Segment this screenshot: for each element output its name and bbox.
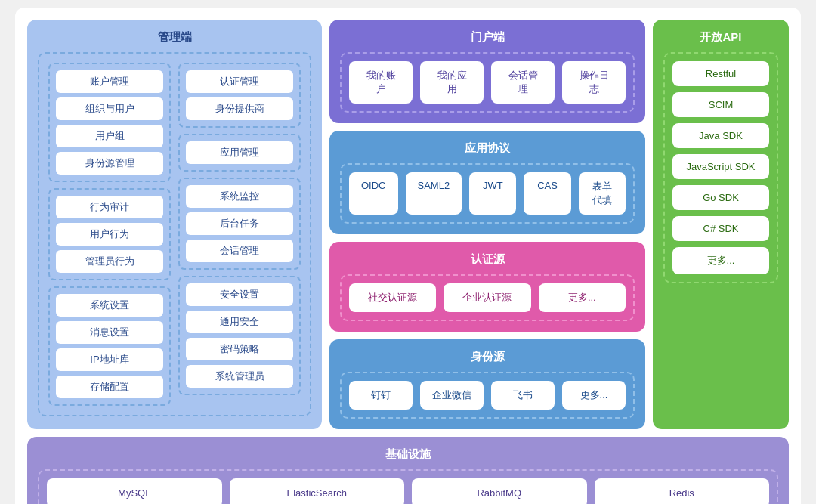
auth-panel: 认证源 社交认证源 企业认证源 更多... [329, 242, 645, 332]
auth-item-enterprise[interactable]: 企业认证源 [444, 283, 530, 312]
admin-item-idp[interactable]: 身份提供商 [186, 97, 293, 120]
identity-item-more[interactable]: 更多... [562, 381, 626, 410]
auth-inner: 社交认证源 企业认证源 更多... [340, 274, 635, 321]
admin-panel: 管理端 账户管理 组织与用户 用户组 身份源管理 行为审计 用户行为 管理员行为 [27, 20, 322, 429]
identity-inner: 钉钉 企业微信 飞书 更多... [340, 372, 635, 419]
portal-item-my-account[interactable]: 我的账户 [349, 61, 413, 104]
protocol-item-jwt[interactable]: JWT [469, 172, 516, 215]
infra-item-rabbitmq[interactable]: RabbitMQ [412, 478, 587, 504]
top-row: 管理端 账户管理 组织与用户 用户组 身份源管理 行为审计 用户行为 管理员行为 [27, 20, 789, 429]
infra-title: 基础设施 [38, 447, 778, 462]
auth-title: 认证源 [340, 252, 635, 267]
main-container: 管理端 账户管理 组织与用户 用户组 身份源管理 行为审计 用户行为 管理员行为 [15, 8, 801, 504]
admin-group-auth-mgmt: 认证管理 身份提供商 [178, 63, 301, 128]
admin-col1: 账户管理 组织与用户 用户组 身份源管理 行为审计 用户行为 管理员行为 系统设… [48, 63, 171, 406]
protocol-inner: OIDC SAML2 JWT CAS 表单代填 [340, 163, 635, 224]
infra-panel: 基础设施 MySQL ElasticSearch RabbitMQ Redis [27, 437, 789, 504]
api-item-scim[interactable]: SCIM [672, 92, 769, 117]
admin-item-message-settings[interactable]: 消息设置 [56, 321, 163, 344]
admin-title: 管理端 [38, 30, 311, 45]
api-item-csharp-sdk[interactable]: C# SDK [672, 216, 769, 241]
admin-item-admin-behavior[interactable]: 管理员行为 [56, 250, 163, 273]
middle-col: 门户端 我的账户 我的应用 会话管理 操作日志 应用协议 OIDC SAML2 … [329, 20, 645, 429]
admin-item-sys-admin[interactable]: 系统管理员 [186, 365, 293, 388]
admin-item-app-mgmt[interactable]: 应用管理 [186, 141, 293, 164]
api-item-js-sdk[interactable]: JavaScript SDK [672, 154, 769, 179]
infra-item-redis[interactable]: Redis [595, 478, 770, 504]
portal-item-session[interactable]: 会话管理 [491, 61, 555, 104]
admin-item-system-settings[interactable]: 系统设置 [56, 294, 163, 317]
admin-item-user-behavior[interactable]: 用户行为 [56, 223, 163, 246]
api-inner: Restful SCIM Java SDK JavaScript SDK Go … [663, 52, 778, 283]
admin-item-identity-mgmt[interactable]: 身份源管理 [56, 152, 163, 175]
admin-group-monitor: 系统监控 后台任务 会话管理 [178, 178, 301, 270]
admin-item-org[interactable]: 组织与用户 [56, 97, 163, 120]
infra-inner: MySQL ElasticSearch RabbitMQ Redis [38, 469, 778, 504]
admin-group-security: 安全设置 通用安全 密码策略 系统管理员 [178, 276, 301, 395]
identity-item-wechat[interactable]: 企业微信 [420, 381, 484, 410]
identity-panel: 身份源 钉钉 企业微信 飞书 更多... [329, 339, 645, 429]
protocol-item-cas[interactable]: CAS [524, 172, 570, 215]
auth-item-more[interactable]: 更多... [539, 283, 626, 312]
admin-item-account[interactable]: 账户管理 [56, 70, 163, 93]
protocol-item-oidc[interactable]: OIDC [349, 172, 398, 215]
admin-item-ip-lib[interactable]: IP地址库 [56, 348, 163, 371]
admin-col2: 认证管理 身份提供商 应用管理 系统监控 后台任务 会话管理 安全设置 通用安全 [178, 63, 301, 406]
api-item-java-sdk[interactable]: Java SDK [672, 123, 769, 148]
admin-item-session-mgmt[interactable]: 会话管理 [186, 240, 293, 262]
protocol-title: 应用协议 [340, 141, 635, 156]
admin-group-settings: 系统设置 消息设置 IP地址库 存储配置 [48, 286, 171, 406]
bottom-row: 基础设施 MySQL ElasticSearch RabbitMQ Redis [27, 437, 789, 504]
admin-inner: 账户管理 组织与用户 用户组 身份源管理 行为审计 用户行为 管理员行为 系统设… [38, 52, 311, 416]
admin-item-system-monitor[interactable]: 系统监控 [186, 185, 293, 208]
admin-group-accounts: 账户管理 组织与用户 用户组 身份源管理 [48, 63, 171, 182]
api-item-restful[interactable]: Restful [672, 61, 769, 86]
infra-item-elasticsearch[interactable]: ElasticSearch [230, 478, 405, 504]
protocol-panel: 应用协议 OIDC SAML2 JWT CAS 表单代填 [329, 131, 645, 234]
admin-group-app-mgmt: 应用管理 [178, 134, 301, 172]
auth-item-social[interactable]: 社交认证源 [349, 283, 436, 312]
admin-group-audit: 行为审计 用户行为 管理员行为 [48, 188, 171, 280]
api-item-more[interactable]: 更多... [672, 247, 769, 274]
identity-title: 身份源 [340, 350, 635, 364]
admin-item-security-settings[interactable]: 安全设置 [186, 283, 293, 306]
admin-item-bg-task[interactable]: 后台任务 [186, 212, 293, 235]
portal-title: 门户端 [340, 30, 635, 45]
api-title: 开放API [663, 30, 778, 45]
admin-item-password-policy[interactable]: 密码策略 [186, 338, 293, 360]
admin-item-usergroup[interactable]: 用户组 [56, 125, 163, 147]
api-item-go-sdk[interactable]: Go SDK [672, 185, 769, 210]
identity-item-dingtalk[interactable]: 钉钉 [349, 381, 413, 410]
admin-item-auth-mgmt[interactable]: 认证管理 [186, 70, 293, 93]
portal-item-operation-log[interactable]: 操作日志 [562, 61, 626, 104]
portal-panel: 门户端 我的账户 我的应用 会话管理 操作日志 [329, 20, 645, 123]
identity-item-feishu[interactable]: 飞书 [491, 381, 555, 410]
portal-inner: 我的账户 我的应用 会话管理 操作日志 [340, 52, 635, 113]
admin-item-storage[interactable]: 存储配置 [56, 376, 163, 398]
admin-item-audit[interactable]: 行为审计 [56, 196, 163, 218]
api-panel: 开放API Restful SCIM Java SDK JavaScript S… [653, 20, 789, 429]
protocol-item-form[interactable]: 表单代填 [579, 172, 626, 215]
protocol-item-saml2[interactable]: SAML2 [406, 172, 462, 215]
portal-item-my-apps[interactable]: 我的应用 [420, 61, 484, 104]
admin-item-general-security[interactable]: 通用安全 [186, 311, 293, 333]
infra-item-mysql[interactable]: MySQL [47, 478, 222, 504]
